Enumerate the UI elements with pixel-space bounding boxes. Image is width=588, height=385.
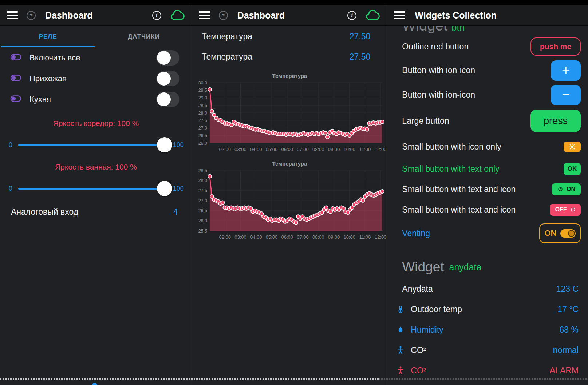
venting-toggle-icon xyxy=(560,229,576,238)
toggle-outline-icon xyxy=(10,73,21,84)
svg-text:10:00: 10:00 xyxy=(343,147,355,152)
data-label: Anydata xyxy=(402,284,433,294)
venting-button[interactable]: ON xyxy=(539,223,581,243)
svg-text:28.5: 28.5 xyxy=(198,168,207,173)
slider-track[interactable] xyxy=(18,188,169,190)
svg-text:02:00: 02:00 xyxy=(219,234,231,240)
svg-text:09:00: 09:00 xyxy=(328,234,340,240)
plus-button[interactable]: + xyxy=(551,60,581,81)
slider-knob[interactable] xyxy=(157,137,172,152)
slider-min-label: 0 xyxy=(9,185,17,192)
slider-knob[interactable] xyxy=(157,181,172,196)
data-label: Outdoor temp xyxy=(411,305,462,314)
push-me-button[interactable]: push me xyxy=(530,37,581,56)
sun-button[interactable] xyxy=(564,142,581,152)
on-button[interactable]: ON xyxy=(552,183,581,195)
data-value: normal xyxy=(553,345,579,355)
chart-title: Температура xyxy=(192,73,387,79)
switch-hallway[interactable] xyxy=(156,71,179,86)
widget-row-minus: Button with ion-icon − xyxy=(387,83,588,107)
widget-label: Button with ion-icon xyxy=(402,90,475,100)
svg-text:27.5: 27.5 xyxy=(198,188,207,193)
svg-text:26.0: 26.0 xyxy=(198,218,207,223)
minus-button[interactable]: − xyxy=(551,85,581,105)
info-icon[interactable]: i xyxy=(152,11,161,20)
svg-text:12:00: 12:00 xyxy=(375,234,387,240)
switch-label: Кухня xyxy=(29,95,51,104)
svg-text:05:00: 05:00 xyxy=(265,234,277,240)
switch-knob[interactable] xyxy=(157,72,171,86)
section-heading-anydata: Widget anydata xyxy=(387,255,588,279)
data-value: ALARM xyxy=(550,366,579,376)
sun-icon xyxy=(569,143,576,150)
svg-text:11:00: 11:00 xyxy=(359,234,371,240)
widget-label: Venting xyxy=(402,229,430,238)
widget-label: Small button with icon only xyxy=(402,142,501,152)
section-heading-sub: anydata xyxy=(449,262,482,273)
dotted-divider-dim xyxy=(379,378,588,380)
widget-row-on: Small button with text and icon ON xyxy=(387,179,588,199)
switch-knob[interactable] xyxy=(157,92,171,106)
slider-bathroom: 0 100 xyxy=(9,180,184,197)
widget-label: Button with ion-icon xyxy=(402,66,475,75)
cloud-status-icon[interactable] xyxy=(365,10,380,21)
header: Widgets Collection xyxy=(387,5,588,26)
toggle-outline-icon xyxy=(10,52,21,63)
slider-min-label: 0 xyxy=(9,141,17,149)
widget-label: Outline red button xyxy=(402,42,469,52)
cloud-status-icon[interactable] xyxy=(170,10,185,21)
tab-bar: РЕЛЕ ДАТЧИКИ xyxy=(0,26,192,47)
chart-block-2: Температура 02:0003:0004:0005:0006:0007:… xyxy=(192,160,387,242)
svg-text:08:00: 08:00 xyxy=(312,147,324,152)
slider-corridor: 0 100 xyxy=(9,136,184,153)
toggle-outline-icon xyxy=(10,94,21,105)
help-icon[interactable]: ? xyxy=(27,11,36,20)
section-heading-main: Widget xyxy=(402,259,444,275)
menu-icon[interactable] xyxy=(394,11,405,19)
switch-label: Прихожая xyxy=(29,74,67,83)
svg-text:03:00: 03:00 xyxy=(234,147,246,152)
svg-text:11:00: 11:00 xyxy=(359,147,371,152)
off-button[interactable]: OFF xyxy=(550,204,581,216)
svg-text:03:00: 03:00 xyxy=(234,234,246,240)
data-value: 17 °C xyxy=(557,305,579,314)
tab-sensors[interactable]: ДАТЧИКИ xyxy=(96,26,192,47)
thermometer-icon xyxy=(395,305,406,314)
reading-row-temperature-1: Температура 27.50 xyxy=(192,26,387,47)
menu-icon[interactable] xyxy=(199,11,210,19)
svg-text:04:00: 04:00 xyxy=(250,234,262,240)
svg-text:07:00: 07:00 xyxy=(297,234,309,240)
switch-label: Включить все xyxy=(29,53,80,63)
switch-all[interactable] xyxy=(156,50,179,66)
info-icon[interactable]: i xyxy=(347,11,356,20)
switch-row-all: Включить все xyxy=(0,47,192,68)
svg-text:26.5: 26.5 xyxy=(198,208,207,213)
switch-kitchen[interactable] xyxy=(156,92,179,107)
switch-knob[interactable] xyxy=(157,51,171,65)
venting-button-label: ON xyxy=(545,229,557,238)
ok-button[interactable]: OK xyxy=(564,163,581,175)
data-row-humidity: Humidity 68 % xyxy=(387,319,588,340)
widget-label: Large button xyxy=(402,116,449,126)
power-icon xyxy=(570,207,576,213)
slider-track[interactable] xyxy=(18,144,169,146)
chart-title: Температура xyxy=(192,160,387,167)
svg-text:29.0: 29.0 xyxy=(198,95,207,100)
svg-text:26.5: 26.5 xyxy=(198,133,207,138)
press-button[interactable]: press xyxy=(530,110,581,132)
page-title: Widgets Collection xyxy=(415,10,497,21)
tab-relays[interactable]: РЕЛЕ xyxy=(0,26,96,47)
svg-text:09:00: 09:00 xyxy=(328,147,340,152)
analog-input-row: Аналоговый вход 4 xyxy=(0,207,192,217)
help-icon[interactable]: ? xyxy=(219,11,228,20)
menu-icon[interactable] xyxy=(7,11,18,19)
dotted-divider xyxy=(0,378,379,380)
on-button-label: ON xyxy=(567,186,575,192)
svg-text:29.5: 29.5 xyxy=(198,88,207,93)
analog-input-label: Аналоговый вход xyxy=(11,207,78,217)
data-row-co2-alarm: CO² ALARM xyxy=(387,360,588,381)
app-root: ? Dashboard i РЕЛЕ ДАТЧИКИ Включить все … xyxy=(0,0,588,385)
reading-label: Температура xyxy=(202,32,252,41)
svg-text:27.5: 27.5 xyxy=(198,118,207,123)
data-label: CO² xyxy=(411,345,426,355)
